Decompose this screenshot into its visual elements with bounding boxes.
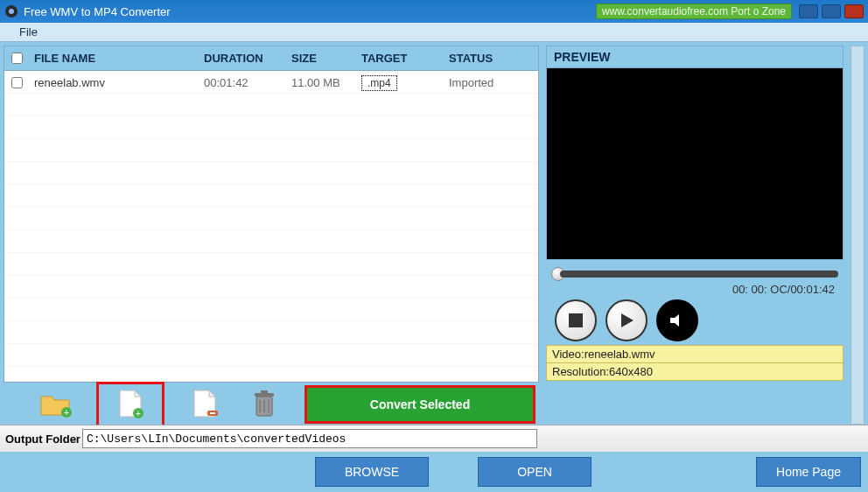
vertical-scrollbar[interactable] [850, 46, 864, 425]
table-row[interactable]: reneelab.wmv 00:01:42 11.00 MB .mp4 Impo… [4, 71, 538, 94]
svg-text:+: + [136, 409, 141, 418]
cell-status: Imported [440, 76, 538, 89]
cell-size: 11.00 MB [291, 76, 361, 89]
stop-button[interactable] [555, 299, 597, 341]
cell-target[interactable]: .mp4 [361, 75, 397, 91]
output-folder-row: Output Folder [0, 425, 868, 452]
app-icon [4, 4, 18, 18]
minimize-button[interactable] [799, 4, 818, 18]
svg-rect-10 [261, 390, 268, 393]
svg-rect-7 [210, 412, 215, 414]
select-all-checkbox[interactable] [11, 53, 23, 64]
close-button[interactable] [844, 4, 864, 18]
home-page-button[interactable]: Home Page [756, 457, 861, 487]
svg-rect-14 [569, 313, 583, 327]
preview-video-label: Video:reneelab.wmv [546, 345, 844, 362]
add-folder-button[interactable]: + [38, 387, 74, 422]
menu-file[interactable]: File [12, 24, 45, 40]
mute-button[interactable] [656, 299, 698, 341]
col-target-header[interactable]: TARGET [361, 52, 440, 65]
table-header: FILE NAME DURATION SIZE TARGET STATUS [4, 46, 538, 71]
convert-selected-button[interactable]: Convert Selected [306, 387, 534, 422]
remove-file-button[interactable] [187, 387, 222, 422]
browse-button[interactable]: BROWSE [315, 457, 429, 487]
time-display: 00: 00: OC/00:01:42 [546, 281, 844, 299]
play-button[interactable] [606, 299, 648, 341]
output-folder-input[interactable] [82, 429, 537, 448]
window-title: Free WMV to MP4 Converter [24, 5, 171, 18]
svg-text:+: + [64, 408, 69, 418]
ad-banner[interactable]: www.convertaudiofree.com Port o Zone [596, 4, 792, 19]
add-file-button[interactable]: + [98, 383, 163, 425]
cell-duration: 00:01:42 [204, 76, 291, 89]
seek-bar[interactable] [546, 260, 844, 281]
svg-marker-15 [621, 313, 634, 327]
col-size-header[interactable]: SIZE [291, 52, 361, 65]
svg-point-1 [9, 9, 14, 14]
file-table: FILE NAME DURATION SIZE TARGET STATUS re… [4, 46, 539, 383]
col-duration-header[interactable]: DURATION [204, 52, 291, 65]
output-folder-label: Output Folder [5, 432, 80, 446]
cell-filename: reneelab.wmv [29, 76, 204, 89]
title-bar: Free WMV to MP4 Converter www.convertaud… [0, 0, 868, 23]
preview-viewport [546, 67, 844, 260]
menu-bar: File [0, 23, 868, 42]
svg-rect-9 [255, 393, 274, 397]
seek-track[interactable] [560, 271, 838, 278]
preview-title: PREVIEW [554, 50, 611, 64]
row-checkbox[interactable] [11, 77, 23, 88]
col-status-header[interactable]: STATUS [440, 52, 538, 65]
maximize-button[interactable] [822, 4, 841, 18]
col-filename-header[interactable]: FILE NAME [29, 52, 204, 65]
open-button[interactable]: OPEN [478, 457, 592, 487]
toolbar: + + Convert Selected [4, 383, 539, 425]
preview-resolution-label: Resolution:640x480 [546, 362, 844, 381]
delete-button[interactable] [247, 387, 282, 422]
svg-marker-16 [670, 314, 679, 327]
